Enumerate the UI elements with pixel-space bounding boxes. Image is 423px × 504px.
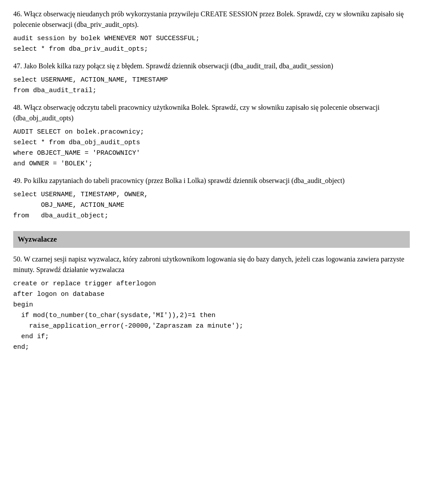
item-48-code: AUDIT SELECT on bolek.pracownicy; select… xyxy=(13,127,410,169)
item-48-text: 48. Włącz obserwację odczytu tabeli prac… xyxy=(13,102,410,123)
item-46: 46. Włącz obserwację nieudanych prób wyk… xyxy=(13,9,410,55)
item-49-code: select USERNAME, TIMESTAMP, OWNER, OBJ_N… xyxy=(13,190,410,221)
item-49-body: Po kilku zapytaniach do tabeli pracownic… xyxy=(24,177,345,184)
item-47-code: select USERNAME, ACTION_NAME, TIMESTAMP … xyxy=(13,75,410,96)
item-49-text: 49. Po kilku zapytaniach do tabeli praco… xyxy=(13,175,410,186)
item-46-text: 46. Włącz obserwację nieudanych prób wyk… xyxy=(13,9,410,30)
item-47: 47. Jako Bolek kilka razy połącz się z b… xyxy=(13,61,410,96)
item-48-number: 48. xyxy=(13,104,24,111)
section-wyzwalacze-header: Wyzwalacze xyxy=(13,231,410,248)
item-46-number: 46. xyxy=(13,10,24,18)
item-47-text: 47. Jako Bolek kilka razy połącz się z b… xyxy=(13,61,410,71)
item-50: 50. W czarnej sesji napisz wyzwalacz, kt… xyxy=(13,254,410,353)
item-49-number: 49. xyxy=(13,177,24,184)
item-50-body: W czarnej sesji napisz wyzwalacz, który … xyxy=(13,255,404,273)
item-46-body: Włącz obserwację nieudanych prób wykorzy… xyxy=(13,10,404,28)
item-47-number: 47. xyxy=(13,62,24,70)
item-49: 49. Po kilku zapytaniach do tabeli praco… xyxy=(13,175,410,221)
section-wyzwalacze-label: Wyzwalacze xyxy=(18,235,57,243)
item-50-code: create or replace trigger afterlogon aft… xyxy=(13,279,410,353)
item-50-text: 50. W czarnej sesji napisz wyzwalacz, kt… xyxy=(13,254,410,275)
item-46-code: audit session by bolek WHENEVER NOT SUCC… xyxy=(13,34,410,55)
item-48-body: Włącz obserwację odczytu tabeli pracowni… xyxy=(13,104,379,122)
item-48: 48. Włącz obserwację odczytu tabeli prac… xyxy=(13,102,410,169)
item-50-number: 50. xyxy=(13,255,24,263)
item-47-body: Jako Bolek kilka razy połącz się z błęde… xyxy=(24,62,333,70)
